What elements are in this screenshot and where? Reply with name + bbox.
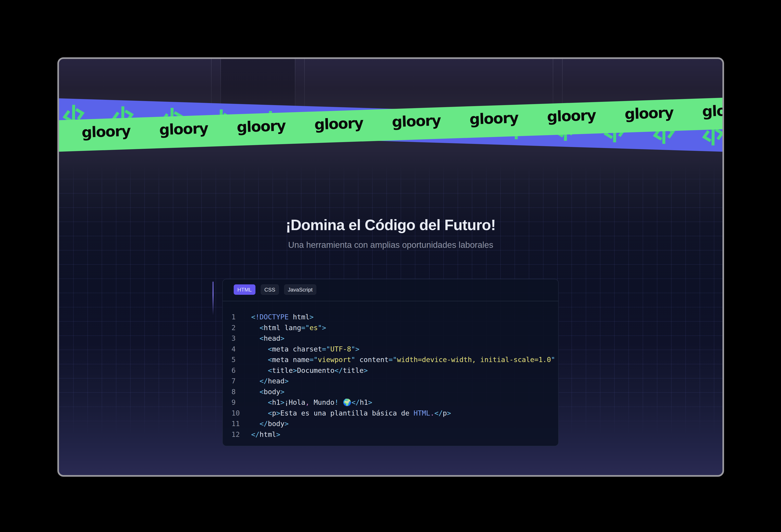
code-token: >	[285, 377, 289, 385]
code-line: 7 </head>	[232, 376, 558, 387]
code-token: <	[259, 334, 263, 342]
code-token: >	[368, 398, 372, 406]
code-token: ="	[301, 324, 310, 332]
editor-tabs: HTMLCSSJavaScript	[234, 284, 558, 295]
line-number: 8	[232, 387, 251, 397]
code-token: >	[276, 430, 280, 439]
code-token: <	[268, 366, 272, 374]
code-token	[251, 345, 268, 353]
code-token: h1	[360, 398, 368, 406]
code-token: >	[276, 409, 280, 417]
code-token: html	[289, 313, 310, 321]
app-window: gloorygloorygloorygloorygloorygloorygloo…	[57, 57, 724, 477]
code-token: >	[285, 419, 289, 428]
code-line: 10 <p>Esta es una plantilla básica de HT…	[232, 408, 558, 418]
code-token: >	[293, 366, 297, 374]
brand-wordmark: gloory	[314, 114, 363, 133]
code-area: 1<!DOCTYPE html>2 <html lang="es">3 <hea…	[223, 312, 558, 440]
code-token: Mundo	[310, 398, 335, 406]
code-token: </	[259, 377, 268, 385]
brand-wordmark: gloory	[624, 104, 673, 122]
code-token: </	[435, 409, 443, 417]
decor-beam	[212, 281, 213, 315]
code-token: viewport	[318, 356, 351, 364]
brand-wordmark: gloory	[81, 122, 131, 141]
code-line: 8 <body>	[232, 387, 558, 397]
line-number: 6	[232, 365, 251, 376]
code-token: >	[364, 366, 368, 374]
tabs-divider	[223, 301, 558, 301]
page-title: ¡Domina el Código del Futuro!	[59, 218, 723, 232]
code-editor-card: HTMLCSSJavaScript 1<!DOCTYPE html>2 <htm…	[222, 279, 559, 446]
code-token: </	[334, 366, 343, 374]
code-token	[251, 377, 259, 385]
code-token: <	[251, 313, 255, 321]
code-token: ">	[318, 324, 326, 332]
code-line: 1<!DOCTYPE html>	[232, 312, 558, 322]
code-token: body	[268, 419, 285, 428]
brand-wordmark: gloory	[547, 106, 596, 125]
code-token	[251, 409, 268, 417]
code-token: ">	[351, 345, 359, 353]
code-token	[251, 366, 268, 374]
tab-css[interactable]: CSS	[261, 284, 279, 295]
code-token: html lang	[263, 324, 301, 332]
code-token: "	[351, 356, 355, 364]
code-token: UTF-8	[330, 345, 351, 353]
line-number: 9	[232, 397, 251, 408]
code-token: !DOCTYPE	[255, 313, 289, 321]
code-token: p	[443, 409, 447, 417]
code-token: es	[310, 324, 318, 332]
code-token: head	[263, 334, 280, 342]
code-token: html	[259, 430, 276, 439]
code-token: .	[430, 409, 434, 417]
line-number: 11	[232, 418, 251, 429]
code-token: meta charset	[272, 345, 322, 353]
line-number: 7	[232, 376, 251, 387]
line-number: 12	[232, 429, 251, 440]
page-subtitle: Una herramienta con amplias oportunidade…	[59, 241, 723, 249]
code-token: HTML	[413, 409, 430, 417]
code-token: >	[280, 334, 284, 342]
code-token	[251, 398, 268, 406]
tab-html[interactable]: HTML	[234, 284, 255, 295]
code-token: Esta es una plantilla básica de	[280, 409, 413, 417]
code-token: "	[551, 356, 555, 364]
code-line: 12</html>	[232, 429, 558, 440]
hero-section: ¡Domina el Código del Futuro! Una herram…	[59, 218, 723, 249]
code-line: 9 <h1>¡Hola, Mundo! 🌍</h1>	[232, 397, 558, 408]
code-line: 4 <meta charset="UTF-8">	[232, 344, 558, 355]
brand-wordmark: gloory	[237, 117, 286, 136]
code-token: <	[259, 388, 263, 396]
code-token	[251, 419, 259, 428]
code-token: ¡Hola	[285, 398, 305, 406]
code-token: ="	[322, 345, 330, 353]
code-token: <	[259, 324, 263, 332]
code-token: p	[272, 409, 276, 417]
code-token: ="	[310, 356, 318, 364]
code-line: 3 <head>	[232, 333, 558, 344]
line-number: 1	[232, 312, 251, 322]
code-token	[251, 388, 259, 396]
code-token: >	[310, 313, 314, 321]
code-token: h1	[272, 398, 280, 406]
code-token: ="	[389, 356, 397, 364]
code-token: >	[280, 388, 284, 396]
code-line: 6 <title>Documento</title>	[232, 365, 558, 376]
code-token: title	[343, 366, 364, 374]
code-token	[251, 324, 259, 332]
code-token: ,	[305, 398, 310, 406]
code-token: content	[355, 356, 389, 364]
code-line: 5 <meta name="viewport" content="width=d…	[232, 354, 558, 365]
code-token	[339, 398, 343, 406]
tab-javascript[interactable]: JavaScript	[284, 284, 316, 295]
page: { "window": { "border_color": "#9b9aa0" …	[0, 0, 781, 532]
code-token: >	[447, 409, 451, 417]
code-token: 🌍	[343, 398, 351, 406]
code-token	[251, 334, 259, 342]
code-token: meta name	[272, 356, 310, 364]
line-number: 5	[232, 354, 251, 365]
code-line: 11 </body>	[232, 418, 558, 429]
code-token: >	[280, 398, 284, 406]
code-token: <	[268, 409, 272, 417]
